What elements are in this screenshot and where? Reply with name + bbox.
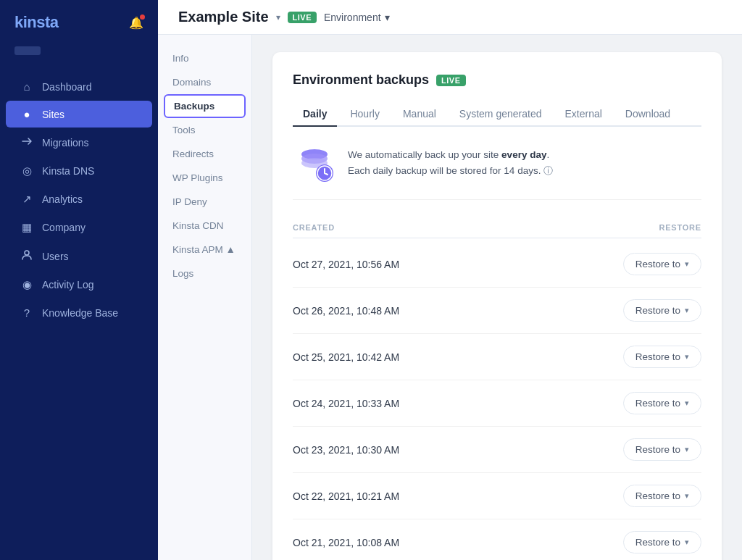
backup-date: Oct 23, 2021, 10:30 AM xyxy=(293,444,399,456)
restore-to-button[interactable]: Restore to ▾ xyxy=(623,299,701,322)
backup-tabs: Daily Hourly Manual System generated Ext… xyxy=(293,102,701,127)
sidebar-item-kinsta-dns[interactable]: ◎ Kinsta DNS xyxy=(6,157,152,185)
sub-nav-backups[interactable]: Backups xyxy=(164,94,246,118)
restore-chevron-icon: ▾ xyxy=(685,538,689,547)
live-badge: LIVE xyxy=(288,12,317,23)
backup-info-section: We automatically back up your site every… xyxy=(293,141,701,200)
sub-nav-domains[interactable]: Domains xyxy=(158,70,251,94)
backup-date: Oct 25, 2021, 10:42 AM xyxy=(293,351,399,363)
card-live-badge: LIVE xyxy=(436,75,465,86)
dashboard-icon: ⌂ xyxy=(20,80,33,93)
sidebar-item-dashboard[interactable]: ⌂ Dashboard xyxy=(6,73,152,100)
tab-system-generated[interactable]: System generated xyxy=(449,102,552,127)
users-icon xyxy=(20,249,33,263)
sidebar-item-analytics[interactable]: ↗ Analytics xyxy=(6,185,152,213)
sidebar-item-label: Company xyxy=(42,222,86,233)
kinsta-dns-icon: ◎ xyxy=(20,164,33,177)
sub-nav-ip-deny[interactable]: IP Deny xyxy=(158,190,251,214)
page-content: Environment backups LIVE Daily Hourly Ma… xyxy=(252,35,742,560)
activity-log-icon: ◉ xyxy=(20,278,33,291)
restore-chevron-icon: ▾ xyxy=(685,259,689,269)
table-row: Oct 26, 2021, 10:48 AM Restore to ▾ xyxy=(293,288,701,334)
sidebar-item-label: Knowledge Base xyxy=(42,307,118,319)
sub-sidebar: Info Domains Backups Tools Redirects WP … xyxy=(158,35,252,560)
restore-chevron-icon: ▾ xyxy=(685,445,689,454)
sidebar-item-users[interactable]: Users xyxy=(6,242,152,270)
sidebar: kinsta 🔔 ⌂ Dashboard ● Sites Migrations … xyxy=(0,0,158,560)
restore-chevron-icon: ▾ xyxy=(685,306,689,315)
top-header: Example Site ▾ LIVE Environment ▾ xyxy=(158,0,742,35)
sidebar-item-label: Dashboard xyxy=(42,81,92,93)
restore-to-button[interactable]: Restore to ▾ xyxy=(623,438,701,461)
sidebar-item-label: Activity Log xyxy=(42,279,94,291)
sidebar-header: kinsta 🔔 xyxy=(0,0,158,42)
migrations-icon xyxy=(20,135,33,149)
sub-nav-wp-plugins[interactable]: WP Plugins xyxy=(158,166,251,190)
table-row: Oct 24, 2021, 10:33 AM Restore to ▾ xyxy=(293,380,701,427)
svg-point-0 xyxy=(25,251,29,255)
restore-to-button[interactable]: Restore to ▾ xyxy=(623,392,701,414)
kinsta-logo: kinsta xyxy=(14,13,59,32)
sub-nav-tools[interactable]: Tools xyxy=(158,118,251,142)
environment-chevron-icon: ▾ xyxy=(385,12,390,23)
backup-description: We automatically back up your site every… xyxy=(348,147,553,178)
sites-icon: ● xyxy=(20,108,33,120)
company-icon: ▦ xyxy=(20,221,33,234)
tab-external[interactable]: External xyxy=(554,102,612,127)
content-area: Info Domains Backups Tools Redirects WP … xyxy=(158,35,742,560)
sidebar-item-label: Kinsta DNS xyxy=(42,165,94,177)
sub-nav-kinsta-cdn[interactable]: Kinsta CDN xyxy=(158,214,251,238)
backup-table: CREATED RESTORE Oct 27, 2021, 10:56 AM R… xyxy=(293,217,701,560)
sidebar-item-migrations[interactable]: Migrations xyxy=(6,128,152,156)
sidebar-user xyxy=(0,42,158,67)
sub-nav-redirects[interactable]: Redirects xyxy=(158,142,251,166)
sidebar-item-label: Users xyxy=(42,251,69,262)
card-header: Environment backups LIVE xyxy=(293,72,701,88)
sidebar-item-sites[interactable]: ● Sites xyxy=(6,101,152,128)
sub-nav-kinsta-apm[interactable]: Kinsta APM ▲ xyxy=(158,238,251,262)
tab-daily[interactable]: Daily xyxy=(293,102,337,127)
backup-date: Oct 24, 2021, 10:33 AM xyxy=(293,398,399,409)
backup-date: Oct 27, 2021, 10:56 AM xyxy=(293,259,399,270)
table-row: Oct 27, 2021, 10:56 AM Restore to ▾ xyxy=(293,241,701,288)
tab-download[interactable]: Download xyxy=(615,102,680,127)
table-row: Oct 21, 2021, 10:08 AM Restore to ▾ xyxy=(293,519,701,560)
main-area: Example Site ▾ LIVE Environment ▾ Info D… xyxy=(158,0,742,560)
table-row: Oct 22, 2021, 10:21 AM Restore to ▾ xyxy=(293,473,701,519)
sub-nav-info[interactable]: Info xyxy=(158,46,251,70)
restore-to-button[interactable]: Restore to ▾ xyxy=(623,531,701,553)
restore-to-button[interactable]: Restore to ▾ xyxy=(623,346,701,368)
info-help-icon[interactable]: ⓘ xyxy=(543,165,553,176)
site-title: Example Site xyxy=(178,9,269,25)
sidebar-item-company[interactable]: ▦ Company xyxy=(6,214,152,241)
bell-icon[interactable]: 🔔 xyxy=(129,16,143,30)
sidebar-item-knowledge-base[interactable]: ? Knowledge Base xyxy=(6,299,152,326)
backups-card: Environment backups LIVE Daily Hourly Ma… xyxy=(272,52,722,560)
site-dropdown-arrow[interactable]: ▾ xyxy=(276,12,280,22)
user-avatar xyxy=(14,46,41,55)
knowledge-base-icon: ? xyxy=(20,306,33,319)
environment-dropdown[interactable]: Environment ▾ xyxy=(324,12,390,23)
tab-hourly[interactable]: Hourly xyxy=(340,102,389,127)
card-title: Environment backups xyxy=(293,72,429,88)
sidebar-item-label: Sites xyxy=(42,109,64,120)
sidebar-item-label: Migrations xyxy=(42,137,89,149)
backup-date: Oct 22, 2021, 10:21 AM xyxy=(293,490,399,502)
sidebar-item-label: Analytics xyxy=(42,193,83,205)
restore-to-button[interactable]: Restore to ▾ xyxy=(623,485,701,507)
backup-icon xyxy=(293,141,336,185)
environment-label: Environment xyxy=(324,12,381,23)
tab-manual[interactable]: Manual xyxy=(393,102,446,127)
table-row: Oct 25, 2021, 10:42 AM Restore to ▾ xyxy=(293,334,701,380)
col-created-header: CREATED xyxy=(293,223,335,232)
sidebar-item-activity-log[interactable]: ◉ Activity Log xyxy=(6,271,152,298)
sidebar-nav: ⌂ Dashboard ● Sites Migrations ◎ Kinsta … xyxy=(0,67,158,560)
restore-to-button[interactable]: Restore to ▾ xyxy=(623,253,701,275)
backup-date: Oct 21, 2021, 10:08 AM xyxy=(293,537,399,548)
table-header: CREATED RESTORE xyxy=(293,217,701,238)
restore-chevron-icon: ▾ xyxy=(685,352,689,362)
sub-nav-logs[interactable]: Logs xyxy=(158,262,251,285)
analytics-icon: ↗ xyxy=(20,193,33,206)
bell-notification-dot xyxy=(140,14,145,20)
backup-date: Oct 26, 2021, 10:48 AM xyxy=(293,305,399,317)
